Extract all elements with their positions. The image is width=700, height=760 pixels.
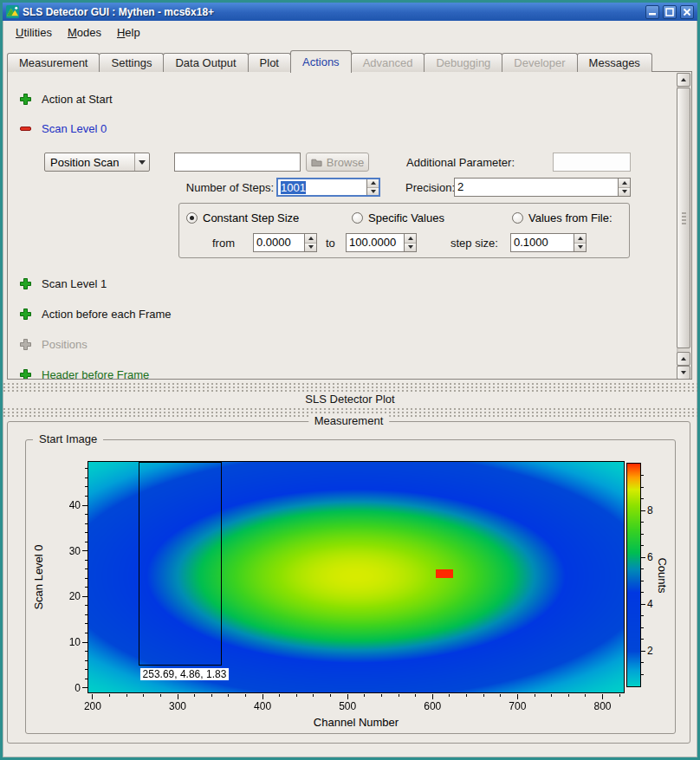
menu-help[interactable]: Help: [109, 23, 148, 42]
x-tick-label: 500: [335, 700, 360, 712]
colorbar-minor-tick: [641, 627, 644, 628]
x-minor-tick: [296, 694, 297, 697]
x-tick-label: 200: [81, 700, 105, 712]
x-minor-tick: [109, 694, 110, 697]
combo-dropdown-button[interactable]: [134, 153, 149, 171]
expand-plus-icon[interactable]: [20, 94, 31, 105]
number-of-steps-value: 1001: [281, 181, 306, 194]
minimize-button[interactable]: [645, 5, 659, 19]
spin-up-button[interactable]: [619, 179, 630, 187]
y-tick-label: 40: [55, 499, 81, 511]
step-size-spinbox[interactable]: 0.1000: [510, 233, 587, 252]
x-minor-tick: [399, 694, 399, 697]
colorbar-minor-tick: [641, 639, 644, 640]
collapse-minus-icon[interactable]: [20, 123, 31, 134]
y-axis-label: Scan Level 0: [32, 544, 45, 609]
y-minor-tick: [85, 623, 88, 624]
colorbar-minor-tick: [641, 487, 644, 488]
y-minor-tick: [85, 542, 88, 542]
x-minor-tick: [126, 694, 127, 697]
x-tick: [262, 694, 263, 699]
from-spinbox[interactable]: 0.0000: [253, 233, 317, 252]
tab-settings[interactable]: Settings: [99, 53, 164, 72]
spin-down-button[interactable]: [619, 187, 630, 197]
colorbar-minor-tick: [641, 592, 644, 593]
scroll-down-button[interactable]: [677, 366, 690, 380]
y-tick: [82, 596, 88, 597]
x-minor-tick: [211, 694, 212, 697]
scan-script-input[interactable]: [174, 153, 301, 172]
x-tick-label: 700: [505, 700, 529, 712]
action-at-start-row: Action at Start: [20, 91, 113, 107]
colorbar-minor-tick: [641, 522, 644, 523]
radio-icon: [512, 212, 523, 224]
values-from-file-radio[interactable]: Values from File:: [512, 211, 612, 224]
zoom-selection-rect: [139, 462, 223, 666]
vertical-scrollbar[interactable]: [677, 73, 690, 380]
positions-label: Positions: [42, 338, 88, 351]
y-minor-tick: [85, 660, 88, 661]
plot-dock-title: SLS Detector Plot: [3, 393, 697, 406]
y-minor-tick: [85, 532, 88, 533]
x-minor-tick: [143, 694, 144, 697]
maximize-button[interactable]: [663, 5, 677, 19]
specific-values-radio[interactable]: Specific Values: [352, 211, 444, 224]
action-at-start-label: Action at Start: [42, 93, 113, 106]
y-minor-tick: [85, 468, 88, 469]
scrollbar-thumb[interactable]: [677, 88, 690, 348]
tab-messages[interactable]: Messages: [577, 53, 652, 72]
close-button[interactable]: [680, 5, 694, 19]
spin-down-button[interactable]: [367, 187, 379, 196]
y-minor-tick: [85, 568, 88, 569]
scroll-up-button[interactable]: [677, 73, 690, 87]
spin-up-button[interactable]: [405, 234, 416, 243]
expand-plus-icon[interactable]: [20, 369, 31, 380]
spin-down-button[interactable]: [574, 243, 586, 252]
x-minor-tick: [415, 694, 416, 697]
y-minor-tick: [85, 496, 88, 497]
number-of-steps-spinbox[interactable]: 1001: [276, 178, 380, 197]
expand-plus-icon[interactable]: [20, 278, 31, 289]
precision-spinbox[interactable]: 2: [454, 178, 631, 197]
from-value: 0.0000: [254, 234, 304, 251]
x-minor-tick: [194, 694, 195, 697]
tab-actions[interactable]: Actions: [290, 50, 352, 73]
spin-up-button[interactable]: [574, 234, 586, 243]
scroll-up-button-bottom[interactable]: [677, 352, 690, 366]
plot-area: Channel Number Scan Level 0 Counts 253.6…: [26, 440, 675, 733]
spin-up-button[interactable]: [305, 234, 316, 243]
colorbar-minor-tick: [641, 581, 644, 581]
menu-modes[interactable]: Modes: [60, 23, 109, 42]
menu-utilities[interactable]: Utilities: [8, 23, 60, 42]
scroll-down-icon: [681, 371, 686, 374]
x-axis-label: Channel Number: [314, 716, 399, 729]
y-tick: [82, 642, 88, 643]
titlebar[interactable]: SLS Detector GUI : Mythen - mcs6x18+: [3, 3, 697, 21]
y-tick-label: 0: [55, 682, 81, 694]
x-tick: [92, 694, 93, 699]
spin-down-button[interactable]: [305, 243, 316, 252]
header-before-frame-label: Header before Frame: [42, 368, 149, 380]
x-minor-tick: [619, 694, 620, 697]
x-minor-tick: [330, 694, 331, 697]
constant-step-radio[interactable]: Constant Step Size: [186, 211, 299, 224]
scan-level-1-label: Scan Level 1: [42, 277, 107, 290]
app-window: SLS Detector GUI : Mythen - mcs6x18+ Uti…: [0, 0, 700, 760]
colorbar-minor-tick: [641, 545, 644, 546]
colorbar-minor-tick: [641, 534, 644, 535]
spin-up-button[interactable]: [367, 179, 379, 187]
y-tick-label: 10: [55, 636, 81, 648]
action-before-frame-row: Action before each Frame: [20, 306, 172, 322]
to-spinbox[interactable]: 100.0000: [346, 233, 417, 252]
tab-plot[interactable]: Plot: [248, 53, 291, 72]
additional-parameter-input: [553, 153, 631, 172]
tab-measurement[interactable]: Measurement: [7, 53, 100, 72]
splitter-handle[interactable]: [3, 382, 697, 392]
spin-down-button[interactable]: [405, 243, 416, 252]
y-tick-label: 20: [55, 590, 81, 602]
spin-down-icon: [622, 190, 627, 193]
scan-type-combobox[interactable]: Position Scan: [44, 153, 150, 172]
tab-data-output[interactable]: Data Output: [163, 53, 248, 72]
expand-plus-icon[interactable]: [20, 309, 31, 320]
y-minor-tick: [85, 605, 88, 606]
